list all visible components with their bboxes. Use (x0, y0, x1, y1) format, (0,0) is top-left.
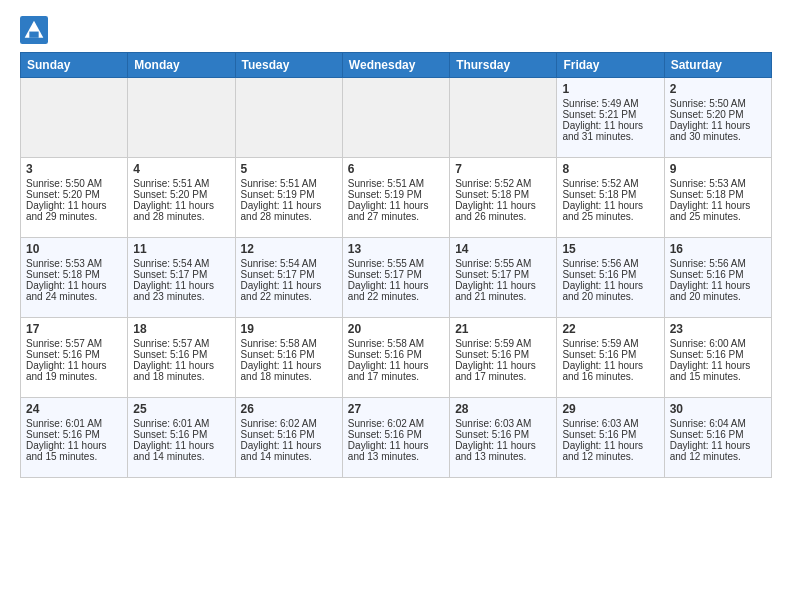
sunrise-text: Sunrise: 5:50 AM (670, 98, 746, 109)
weekday-header-cell: Friday (557, 53, 664, 78)
daylight-text: Daylight: 11 hours and 13 minutes. (348, 440, 429, 462)
day-number: 30 (670, 402, 766, 416)
calendar-cell: 29Sunrise: 6:03 AMSunset: 5:16 PMDayligh… (557, 398, 664, 478)
sunrise-text: Sunrise: 5:54 AM (241, 258, 317, 269)
sunset-text: Sunset: 5:16 PM (348, 349, 422, 360)
daylight-text: Daylight: 11 hours and 15 minutes. (670, 360, 751, 382)
sunset-text: Sunset: 5:19 PM (348, 189, 422, 200)
sunrise-text: Sunrise: 6:02 AM (241, 418, 317, 429)
calendar-week-row: 3Sunrise: 5:50 AMSunset: 5:20 PMDaylight… (21, 158, 772, 238)
daylight-text: Daylight: 11 hours and 14 minutes. (241, 440, 322, 462)
calendar-cell: 28Sunrise: 6:03 AMSunset: 5:16 PMDayligh… (450, 398, 557, 478)
calendar-cell: 4Sunrise: 5:51 AMSunset: 5:20 PMDaylight… (128, 158, 235, 238)
daylight-text: Daylight: 11 hours and 15 minutes. (26, 440, 107, 462)
day-number: 18 (133, 322, 229, 336)
daylight-text: Daylight: 11 hours and 22 minutes. (348, 280, 429, 302)
calendar-cell: 7Sunrise: 5:52 AMSunset: 5:18 PMDaylight… (450, 158, 557, 238)
sunset-text: Sunset: 5:20 PM (26, 189, 100, 200)
calendar-cell: 5Sunrise: 5:51 AMSunset: 5:19 PMDaylight… (235, 158, 342, 238)
sunset-text: Sunset: 5:16 PM (670, 269, 744, 280)
logo (20, 16, 52, 44)
day-number: 10 (26, 242, 122, 256)
calendar-body: 1Sunrise: 5:49 AMSunset: 5:21 PMDaylight… (21, 78, 772, 478)
day-number: 16 (670, 242, 766, 256)
logo-icon (20, 16, 48, 44)
day-number: 25 (133, 402, 229, 416)
day-number: 21 (455, 322, 551, 336)
calendar-cell (235, 78, 342, 158)
calendar-cell: 14Sunrise: 5:55 AMSunset: 5:17 PMDayligh… (450, 238, 557, 318)
sunset-text: Sunset: 5:16 PM (26, 349, 100, 360)
daylight-text: Daylight: 11 hours and 21 minutes. (455, 280, 536, 302)
calendar-week-row: 10Sunrise: 5:53 AMSunset: 5:18 PMDayligh… (21, 238, 772, 318)
daylight-text: Daylight: 11 hours and 27 minutes. (348, 200, 429, 222)
sunset-text: Sunset: 5:17 PM (348, 269, 422, 280)
sunset-text: Sunset: 5:16 PM (26, 429, 100, 440)
day-number: 9 (670, 162, 766, 176)
sunset-text: Sunset: 5:17 PM (455, 269, 529, 280)
calendar-cell: 6Sunrise: 5:51 AMSunset: 5:19 PMDaylight… (342, 158, 449, 238)
calendar-cell: 12Sunrise: 5:54 AMSunset: 5:17 PMDayligh… (235, 238, 342, 318)
sunrise-text: Sunrise: 5:53 AM (26, 258, 102, 269)
daylight-text: Daylight: 11 hours and 23 minutes. (133, 280, 214, 302)
sunset-text: Sunset: 5:21 PM (562, 109, 636, 120)
calendar-cell: 19Sunrise: 5:58 AMSunset: 5:16 PMDayligh… (235, 318, 342, 398)
sunrise-text: Sunrise: 5:57 AM (133, 338, 209, 349)
day-number: 6 (348, 162, 444, 176)
daylight-text: Daylight: 11 hours and 18 minutes. (133, 360, 214, 382)
calendar-cell: 3Sunrise: 5:50 AMSunset: 5:20 PMDaylight… (21, 158, 128, 238)
calendar-cell: 27Sunrise: 6:02 AMSunset: 5:16 PMDayligh… (342, 398, 449, 478)
sunrise-text: Sunrise: 5:57 AM (26, 338, 102, 349)
daylight-text: Daylight: 11 hours and 17 minutes. (348, 360, 429, 382)
calendar-cell: 8Sunrise: 5:52 AMSunset: 5:18 PMDaylight… (557, 158, 664, 238)
calendar-cell: 23Sunrise: 6:00 AMSunset: 5:16 PMDayligh… (664, 318, 771, 398)
calendar-cell: 21Sunrise: 5:59 AMSunset: 5:16 PMDayligh… (450, 318, 557, 398)
sunset-text: Sunset: 5:19 PM (241, 189, 315, 200)
daylight-text: Daylight: 11 hours and 22 minutes. (241, 280, 322, 302)
sunrise-text: Sunrise: 5:53 AM (670, 178, 746, 189)
calendar-cell: 25Sunrise: 6:01 AMSunset: 5:16 PMDayligh… (128, 398, 235, 478)
calendar-cell: 2Sunrise: 5:50 AMSunset: 5:20 PMDaylight… (664, 78, 771, 158)
sunrise-text: Sunrise: 5:59 AM (455, 338, 531, 349)
sunset-text: Sunset: 5:16 PM (455, 429, 529, 440)
day-number: 19 (241, 322, 337, 336)
daylight-text: Daylight: 11 hours and 13 minutes. (455, 440, 536, 462)
daylight-text: Daylight: 11 hours and 12 minutes. (670, 440, 751, 462)
sunset-text: Sunset: 5:18 PM (562, 189, 636, 200)
sunset-text: Sunset: 5:16 PM (562, 269, 636, 280)
calendar-cell: 11Sunrise: 5:54 AMSunset: 5:17 PMDayligh… (128, 238, 235, 318)
day-number: 1 (562, 82, 658, 96)
sunrise-text: Sunrise: 5:55 AM (455, 258, 531, 269)
sunset-text: Sunset: 5:18 PM (26, 269, 100, 280)
sunrise-text: Sunrise: 6:00 AM (670, 338, 746, 349)
sunset-text: Sunset: 5:17 PM (241, 269, 315, 280)
sunset-text: Sunset: 5:17 PM (133, 269, 207, 280)
sunrise-text: Sunrise: 6:01 AM (133, 418, 209, 429)
calendar-week-row: 1Sunrise: 5:49 AMSunset: 5:21 PMDaylight… (21, 78, 772, 158)
sunrise-text: Sunrise: 6:03 AM (562, 418, 638, 429)
sunrise-text: Sunrise: 5:51 AM (348, 178, 424, 189)
weekday-header-row: SundayMondayTuesdayWednesdayThursdayFrid… (21, 53, 772, 78)
sunset-text: Sunset: 5:20 PM (670, 109, 744, 120)
sunrise-text: Sunrise: 5:52 AM (562, 178, 638, 189)
calendar-cell: 26Sunrise: 6:02 AMSunset: 5:16 PMDayligh… (235, 398, 342, 478)
day-number: 4 (133, 162, 229, 176)
sunrise-text: Sunrise: 5:50 AM (26, 178, 102, 189)
daylight-text: Daylight: 11 hours and 17 minutes. (455, 360, 536, 382)
weekday-header-cell: Sunday (21, 53, 128, 78)
daylight-text: Daylight: 11 hours and 29 minutes. (26, 200, 107, 222)
calendar-cell: 13Sunrise: 5:55 AMSunset: 5:17 PMDayligh… (342, 238, 449, 318)
sunset-text: Sunset: 5:18 PM (455, 189, 529, 200)
sunrise-text: Sunrise: 5:56 AM (562, 258, 638, 269)
calendar-cell: 20Sunrise: 5:58 AMSunset: 5:16 PMDayligh… (342, 318, 449, 398)
sunrise-text: Sunrise: 6:01 AM (26, 418, 102, 429)
calendar-cell: 18Sunrise: 5:57 AMSunset: 5:16 PMDayligh… (128, 318, 235, 398)
sunset-text: Sunset: 5:16 PM (670, 429, 744, 440)
day-number: 17 (26, 322, 122, 336)
day-number: 29 (562, 402, 658, 416)
calendar-cell: 17Sunrise: 5:57 AMSunset: 5:16 PMDayligh… (21, 318, 128, 398)
day-number: 23 (670, 322, 766, 336)
calendar-cell: 22Sunrise: 5:59 AMSunset: 5:16 PMDayligh… (557, 318, 664, 398)
day-number: 5 (241, 162, 337, 176)
sunrise-text: Sunrise: 6:02 AM (348, 418, 424, 429)
